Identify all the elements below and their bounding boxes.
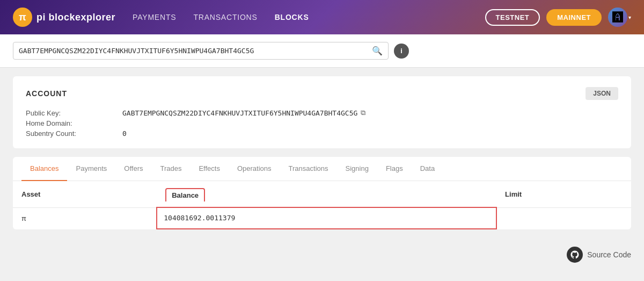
tab-data[interactable]: Data <box>412 157 443 181</box>
balances-table: Asset Balance Limit π 104081692.0011379 <box>13 181 631 229</box>
col-balance: Balance <box>157 181 496 207</box>
nav-blocks[interactable]: BLOCKS <box>275 13 309 21</box>
user-avatar-container[interactable]: 🅰 ▾ <box>608 8 631 27</box>
info-icon[interactable]: i <box>394 44 409 59</box>
navbar: π pi blockexplorer PAYMENTS TRANSACTIONS… <box>0 0 644 34</box>
account-title: ACCOUNT <box>26 89 67 98</box>
public-key-label: Public Key: <box>26 109 122 117</box>
footer: Source Code <box>0 238 644 271</box>
subentry-count-value: 0 <box>122 129 127 138</box>
tab-effects[interactable]: Effects <box>190 157 229 181</box>
home-domain-row: Home Domain: <box>26 119 618 127</box>
tab-trades[interactable]: Trades <box>151 157 190 181</box>
tab-operations[interactable]: Operations <box>229 157 280 181</box>
account-header: ACCOUNT JSON <box>26 87 618 100</box>
home-domain-label: Home Domain: <box>26 119 122 127</box>
testnet-button[interactable]: TESTNET <box>485 9 540 26</box>
nav-transactions[interactable]: TRANSACTIONS <box>193 13 257 21</box>
main-content: ACCOUNT JSON Public Key: GABT7EMPGNCQSZM… <box>0 68 644 238</box>
brand-name: pi blockexplorer <box>36 12 115 23</box>
github-icon <box>567 247 583 263</box>
search-icon[interactable]: 🔍 <box>372 46 383 56</box>
nav-links: PAYMENTS TRANSACTIONS BLOCKS <box>133 13 485 21</box>
tab-transactions[interactable]: Transactions <box>280 157 337 181</box>
account-card: ACCOUNT JSON Public Key: GABT7EMPGNCQSZM… <box>13 76 631 148</box>
tab-offers[interactable]: Offers <box>115 157 151 181</box>
search-input-wrapper: 🔍 <box>13 42 389 60</box>
tab-balances[interactable]: Balances <box>21 157 67 181</box>
tabs-nav: Balances Payments Offers Trades Effects … <box>13 157 631 181</box>
account-details: Public Key: GABT7EMPGNCQSZM22DIYC4FNKHUV… <box>26 109 618 138</box>
public-key-row: Public Key: GABT7EMPGNCQSZM22DIYC4FNKHUV… <box>26 109 618 117</box>
search-bar: 🔍 i <box>0 34 644 68</box>
subentry-count-label: Subentry Count: <box>26 129 122 138</box>
avatar: 🅰 <box>608 8 627 27</box>
tabs-card: Balances Payments Offers Trades Effects … <box>13 157 631 229</box>
tab-flags[interactable]: Flags <box>377 157 412 181</box>
public-key-value: GABT7EMPGNCQSZM22DIYC4FNKHUVJTXITUF6Y5HN… <box>122 109 357 117</box>
chevron-down-icon: ▾ <box>628 15 631 20</box>
asset-cell: π <box>13 207 157 229</box>
nav-right: TESTNET MAINNET 🅰 ▾ <box>485 8 631 27</box>
col-asset: Asset <box>13 181 157 207</box>
balance-cell: 104081692.0011379 <box>157 207 496 229</box>
table-row: π 104081692.0011379 <box>13 207 631 229</box>
tab-payments[interactable]: Payments <box>67 157 115 181</box>
tab-signing[interactable]: Signing <box>337 157 377 181</box>
source-code-label: Source Code <box>587 250 631 259</box>
brand-logo: π <box>13 8 32 27</box>
table-container: Asset Balance Limit π 104081692.0011379 <box>13 181 631 229</box>
nav-payments[interactable]: PAYMENTS <box>133 13 176 21</box>
limit-cell <box>496 207 631 229</box>
search-input[interactable] <box>19 47 372 55</box>
col-limit: Limit <box>496 181 631 207</box>
source-code-link[interactable]: Source Code <box>567 247 631 263</box>
json-button[interactable]: JSON <box>586 87 618 100</box>
copy-icon[interactable]: ⧉ <box>361 109 365 117</box>
brand: π pi blockexplorer <box>13 8 115 27</box>
subentry-count-row: Subentry Count: 0 <box>26 129 618 138</box>
mainnet-button[interactable]: MAINNET <box>546 9 602 26</box>
